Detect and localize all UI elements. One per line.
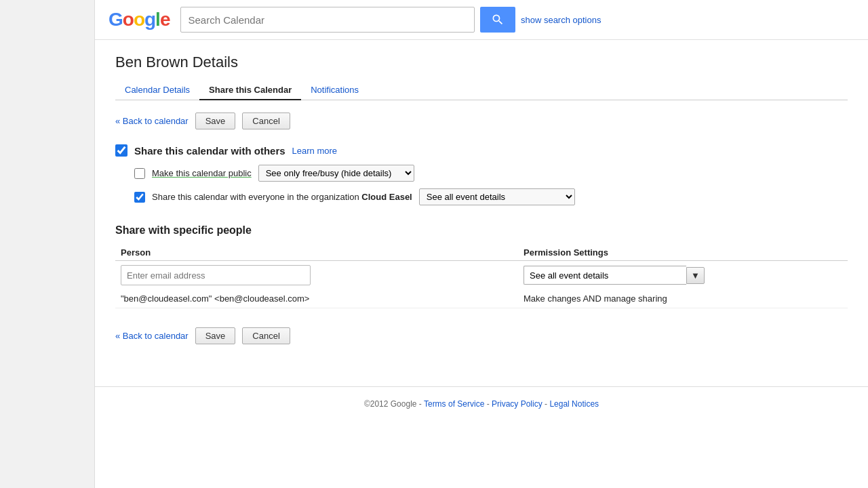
share-org-checkbox[interactable] [134, 192, 145, 203]
permission-dropdown-arrow[interactable]: ▼ [686, 267, 705, 284]
tab-notifications[interactable]: Notifications [301, 81, 368, 100]
permission-input[interactable] [524, 266, 686, 285]
learn-more-link[interactable]: Learn more [292, 146, 337, 156]
save-button-top[interactable]: Save [195, 113, 236, 129]
search-input[interactable] [180, 7, 474, 33]
left-sidebar [0, 0, 95, 488]
back-to-calendar-link-top[interactable]: « Back to calendar [115, 116, 189, 126]
public-permission-dropdown[interactable]: See only free/busy (hide details) See al… [258, 165, 414, 182]
footer: ©2012 Google - Terms of Service - Privac… [95, 386, 868, 421]
cancel-button-top[interactable]: Cancel [242, 113, 290, 129]
person-email-cell: "ben@cloudeasel.com" <ben@cloudeasel.com… [115, 289, 518, 308]
terms-of-service-link[interactable]: Terms of Service [424, 399, 484, 409]
permission-col-header: Permission Settings [518, 245, 848, 261]
cancel-button-bottom[interactable]: Cancel [242, 327, 290, 344]
copyright: ©2012 Google [364, 399, 417, 409]
make-public-row: Make this calendar public See only free/… [134, 165, 848, 182]
person-permission-cell: Make changes AND manage sharing [518, 289, 848, 308]
share-section: Share this calendar with others Learn mo… [115, 144, 848, 205]
share-org-row: Share this calendar with everyone in the… [134, 188, 848, 205]
person-row: "ben@cloudeasel.com" <ben@cloudeasel.com… [115, 289, 848, 308]
make-public-label: Make this calendar public [152, 168, 252, 178]
top-action-row: « Back to calendar Save Cancel [115, 113, 848, 129]
search-icon [491, 13, 505, 26]
make-public-checkbox[interactable] [134, 168, 145, 179]
bottom-action-row: « Back to calendar Save Cancel [115, 327, 848, 344]
tab-calendar-details[interactable]: Calendar Details [115, 81, 199, 100]
share-with-others-checkbox[interactable] [115, 144, 127, 157]
share-with-others-title: Share this calendar with others [134, 145, 285, 157]
top-bar: Google show search options [95, 0, 868, 40]
privacy-policy-link[interactable]: Privacy Policy [492, 399, 542, 409]
page-title: Ben Brown Details [115, 54, 848, 71]
search-button[interactable] [480, 7, 515, 33]
tab-bar: Calendar Details Share this Calendar Not… [115, 81, 848, 100]
person-col-header: Person [115, 245, 518, 261]
specific-people-title: Share with specific people [115, 224, 848, 237]
google-logo: Google [108, 9, 170, 30]
org-permission-dropdown[interactable]: See only free/busy (hide details) See al… [419, 188, 575, 205]
share-header: Share this calendar with others Learn mo… [115, 144, 848, 157]
email-address-input[interactable] [121, 265, 311, 285]
specific-people-section: Share with specific people Person Permis… [115, 224, 848, 308]
org-name: Cloud Easel [361, 192, 412, 202]
tab-share-this-calendar[interactable]: Share this Calendar [199, 81, 301, 100]
email-input-row: ▼ [115, 261, 848, 290]
back-to-calendar-link-bottom[interactable]: « Back to calendar [115, 331, 189, 341]
people-table: Person Permission Settings [115, 245, 848, 308]
search-area: show search options [180, 7, 601, 33]
share-org-label: Share this calendar with everyone in the… [152, 192, 412, 202]
show-search-options-link[interactable]: show search options [521, 15, 601, 25]
save-button-bottom[interactable]: Save [195, 327, 236, 344]
legal-notices-link[interactable]: Legal Notices [549, 399, 599, 409]
